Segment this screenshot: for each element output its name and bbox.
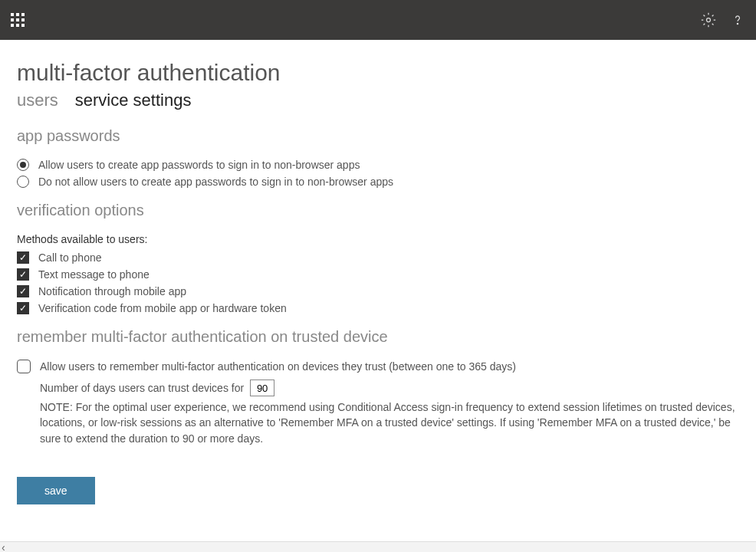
- call-to-phone-label: Call to phone: [38, 251, 102, 264]
- tabs: users service settings: [17, 90, 739, 110]
- method-code-row[interactable]: Verification code from mobile app or har…: [17, 302, 739, 314]
- topbar-right: [701, 12, 745, 28]
- app-passwords-disallow-row[interactable]: Do not allow users to create app passwor…: [17, 176, 739, 188]
- remember-mfa-note: NOTE: For the optimal user experience, w…: [40, 399, 739, 446]
- svg-rect-5: [21, 18, 25, 21]
- radio-disallow-app-passwords[interactable]: [17, 176, 29, 188]
- checkbox-notification-app[interactable]: [17, 285, 29, 297]
- remember-mfa-details: Number of days users can trust devices f…: [17, 380, 739, 446]
- allow-remember-mfa-label: Allow users to remember multi-factor aut…: [40, 360, 516, 373]
- svg-rect-1: [16, 13, 19, 16]
- checkbox-call-to-phone[interactable]: [17, 251, 29, 264]
- allow-app-passwords-label: Allow users to create app passwords to s…: [38, 159, 360, 171]
- checkbox-verification-code[interactable]: [17, 302, 29, 314]
- app-passwords-allow-row[interactable]: Allow users to create app passwords to s…: [17, 159, 739, 171]
- svg-rect-0: [11, 13, 14, 16]
- trust-days-input[interactable]: [250, 380, 274, 396]
- svg-rect-3: [11, 18, 14, 21]
- checkbox-allow-remember-mfa[interactable]: [17, 360, 31, 373]
- text-message-label: Text message to phone: [38, 268, 150, 281]
- disallow-app-passwords-label: Do not allow users to create app passwor…: [38, 176, 393, 188]
- radio-allow-app-passwords[interactable]: [17, 159, 29, 171]
- save-button[interactable]: save: [17, 477, 95, 504]
- help-icon[interactable]: [730, 12, 745, 28]
- section-app-passwords-title: app passwords: [17, 127, 739, 145]
- app-launcher-icon[interactable]: [11, 13, 25, 27]
- topbar: [0, 0, 756, 40]
- svg-point-10: [737, 23, 738, 24]
- svg-rect-8: [21, 24, 25, 27]
- svg-rect-6: [11, 24, 14, 27]
- verification-code-label: Verification code from mobile app or har…: [38, 302, 287, 314]
- method-call-row[interactable]: Call to phone: [17, 251, 739, 264]
- svg-rect-2: [21, 13, 25, 16]
- tab-users[interactable]: users: [17, 90, 58, 110]
- svg-rect-4: [16, 18, 19, 21]
- topbar-left: [11, 13, 25, 27]
- remember-mfa-allow-row[interactable]: Allow users to remember multi-factor aut…: [17, 360, 739, 373]
- section-remember-mfa-title: remember multi-factor authentication on …: [17, 328, 739, 346]
- method-notification-row[interactable]: Notification through mobile app: [17, 285, 739, 297]
- notification-app-label: Notification through mobile app: [38, 285, 186, 297]
- svg-rect-7: [16, 24, 19, 27]
- methods-available-label: Methods available to users:: [17, 233, 739, 245]
- horizontal-scrollbar[interactable]: [0, 541, 756, 552]
- method-text-row[interactable]: Text message to phone: [17, 268, 739, 281]
- gear-icon[interactable]: [701, 12, 716, 28]
- tab-service-settings[interactable]: service settings: [75, 90, 192, 110]
- svg-point-9: [707, 18, 711, 22]
- section-verification-options-title: verification options: [17, 202, 739, 219]
- trust-days-row: Number of days users can trust devices f…: [40, 380, 739, 396]
- checkbox-text-message[interactable]: [17, 268, 29, 281]
- trust-days-label: Number of days users can trust devices f…: [40, 382, 244, 394]
- content-area: multi-factor authentication users servic…: [0, 40, 756, 504]
- page-title: multi-factor authentication: [17, 60, 739, 86]
